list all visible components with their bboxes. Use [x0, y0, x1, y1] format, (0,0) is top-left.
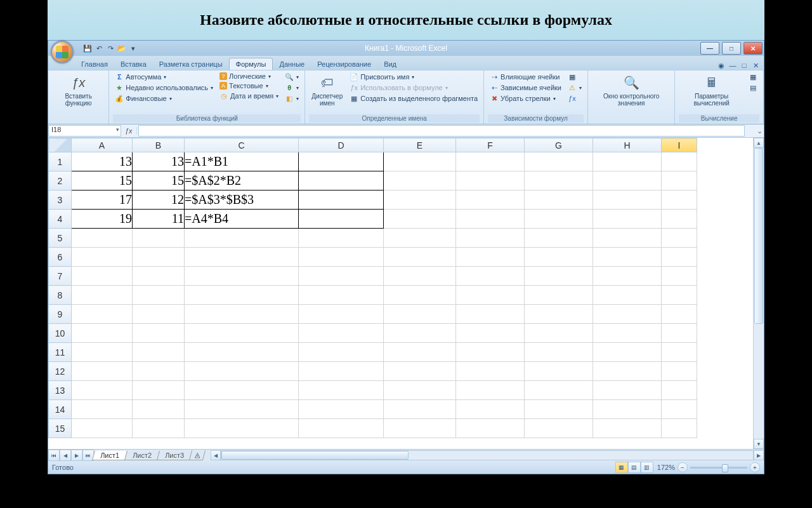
- cell-E10[interactable]: [384, 324, 456, 343]
- cell-E13[interactable]: [384, 381, 456, 400]
- cell-D12[interactable]: [299, 362, 384, 381]
- ribbon-minimize-icon[interactable]: —: [728, 61, 737, 70]
- cell-E14[interactable]: [384, 400, 456, 419]
- recent-button[interactable]: ★Недавно использовались▾: [113, 83, 215, 93]
- cell-D13[interactable]: [299, 381, 384, 400]
- open-icon[interactable]: 📂: [117, 43, 127, 53]
- cell-D9[interactable]: [299, 305, 384, 324]
- sheet-nav-prev-icon[interactable]: ◀: [60, 450, 71, 461]
- cell-B9[interactable]: [133, 305, 185, 324]
- cell-I10[interactable]: [662, 324, 697, 343]
- cell-I6[interactable]: [662, 248, 697, 267]
- col-header-A[interactable]: A: [72, 138, 133, 152]
- help-icon[interactable]: ◉: [717, 61, 726, 70]
- cell-A5[interactable]: [72, 229, 133, 248]
- text-button[interactable]: AТекстовые▾: [218, 81, 280, 90]
- doc-close-icon[interactable]: ✕: [751, 61, 760, 70]
- vertical-scrollbar[interactable]: ▲ ▼: [753, 138, 764, 449]
- cell-D1[interactable]: [299, 152, 384, 171]
- cell-B2[interactable]: 15: [133, 171, 185, 190]
- formula-bar-expand-icon[interactable]: ⌄: [755, 127, 764, 135]
- financial-button[interactable]: 💰Финансовые▾: [113, 93, 215, 104]
- cell-F13[interactable]: [456, 381, 525, 400]
- sheet-tab-1[interactable]: Лист1: [92, 451, 128, 460]
- define-name-button[interactable]: 📄Присвоить имя▾: [348, 72, 480, 82]
- close-button[interactable]: ✕: [743, 42, 763, 55]
- cell-H15[interactable]: [593, 419, 662, 438]
- name-box[interactable]: I18: [48, 125, 121, 137]
- cell-G2[interactable]: [525, 171, 593, 190]
- cell-H11[interactable]: [593, 343, 662, 362]
- cell-E5[interactable]: [384, 229, 456, 248]
- tab-review[interactable]: Рецензирование: [311, 58, 377, 70]
- cell-D6[interactable]: [299, 248, 384, 267]
- use-in-formula-button[interactable]: ƒxИспользовать в формуле▾: [348, 83, 480, 93]
- cell-G14[interactable]: [525, 400, 593, 419]
- cell-A2[interactable]: 15: [72, 171, 133, 190]
- cell-H6[interactable]: [593, 248, 662, 267]
- cell-C13[interactable]: [185, 381, 299, 400]
- cell-F7[interactable]: [456, 267, 525, 286]
- row-header-10[interactable]: 10: [49, 324, 72, 343]
- cell-C2[interactable]: =$A$2*B2: [185, 171, 299, 190]
- scroll-down-icon[interactable]: ▼: [754, 439, 764, 449]
- col-header-H[interactable]: H: [593, 138, 662, 152]
- error-check-button[interactable]: ⚠▾: [566, 83, 584, 93]
- row-header-1[interactable]: 1: [49, 152, 72, 171]
- view-normal-icon[interactable]: ▦: [615, 462, 628, 473]
- logical-button[interactable]: ?Логические▾: [218, 72, 280, 81]
- name-manager-button[interactable]: 🏷 Диспетчер имен: [309, 72, 345, 108]
- row-header-15[interactable]: 15: [49, 419, 72, 438]
- tab-page-layout[interactable]: Разметка страницы: [153, 58, 229, 70]
- cell-I2[interactable]: [662, 171, 697, 190]
- calc-now-button[interactable]: ▦: [747, 72, 759, 82]
- cell-G1[interactable]: [525, 152, 593, 171]
- cell-A7[interactable]: [72, 267, 133, 286]
- row-header-4[interactable]: 4: [49, 210, 72, 229]
- cell-D3[interactable]: [299, 190, 384, 210]
- cell-A10[interactable]: [72, 324, 133, 343]
- cell-B14[interactable]: [133, 400, 185, 419]
- cell-E3[interactable]: [384, 190, 456, 210]
- cell-C6[interactable]: [185, 248, 299, 267]
- cell-F9[interactable]: [456, 305, 525, 324]
- cell-E4[interactable]: [384, 210, 456, 229]
- cell-B8[interactable]: [133, 286, 185, 305]
- zoom-in-button[interactable]: +: [750, 462, 760, 472]
- tab-home[interactable]: Главная: [75, 58, 114, 70]
- cell-H14[interactable]: [593, 400, 662, 419]
- cell-B7[interactable]: [133, 267, 185, 286]
- cell-D10[interactable]: [299, 324, 384, 343]
- col-header-I[interactable]: I: [662, 138, 697, 152]
- cell-A1[interactable]: 13: [72, 152, 133, 171]
- cell-E6[interactable]: [384, 248, 456, 267]
- calc-sheet-button[interactable]: ▤: [747, 83, 759, 93]
- cell-A15[interactable]: [72, 419, 133, 438]
- cell-D4[interactable]: [299, 210, 384, 229]
- cell-A6[interactable]: [72, 248, 133, 267]
- cell-E8[interactable]: [384, 286, 456, 305]
- cell-I1[interactable]: [662, 152, 697, 171]
- row-header-11[interactable]: 11: [49, 343, 72, 362]
- cell-H13[interactable]: [593, 381, 662, 400]
- cell-D11[interactable]: [299, 343, 384, 362]
- col-header-C[interactable]: C: [185, 138, 299, 152]
- scroll-up-icon[interactable]: ▲: [754, 138, 764, 148]
- cell-I13[interactable]: [662, 381, 697, 400]
- qat-customize-icon[interactable]: ▾: [128, 43, 138, 53]
- cell-F4[interactable]: [456, 210, 525, 229]
- cell-G4[interactable]: [525, 210, 593, 229]
- spreadsheet-grid[interactable]: ABCDEFGHI11313=A1*B121515=$A$2*B231712=$…: [48, 138, 697, 438]
- new-sheet-button[interactable]: ◬: [189, 450, 206, 460]
- cell-F3[interactable]: [456, 190, 525, 210]
- minimize-button[interactable]: —: [700, 42, 719, 55]
- cell-H9[interactable]: [593, 305, 662, 324]
- zoom-out-button[interactable]: −: [678, 462, 688, 472]
- autosum-button[interactable]: ΣАвтосумма▾: [113, 72, 215, 82]
- cell-H5[interactable]: [593, 229, 662, 248]
- zoom-level[interactable]: 172%: [657, 464, 675, 471]
- cell-A14[interactable]: [72, 400, 133, 419]
- cell-C11[interactable]: [185, 343, 299, 362]
- undo-icon[interactable]: ↶: [94, 43, 104, 53]
- zoom-slider[interactable]: [690, 467, 747, 469]
